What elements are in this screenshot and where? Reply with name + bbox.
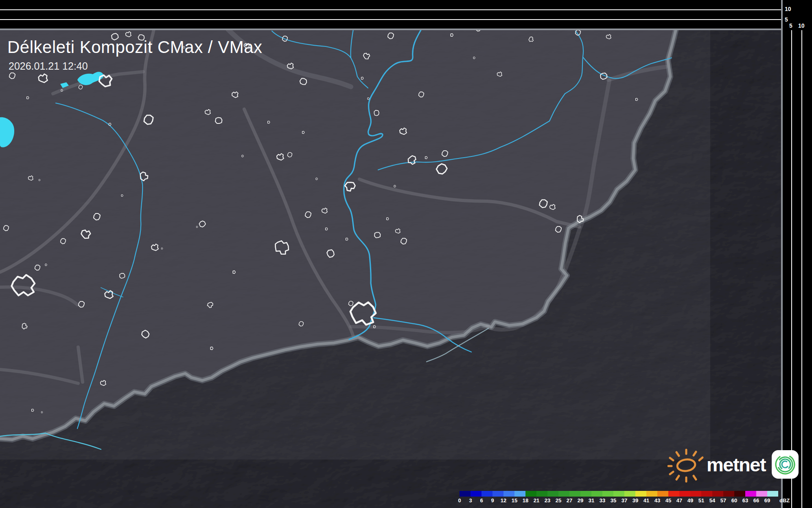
height-ruler-label-5: 5: [785, 17, 788, 22]
scale-tick-label: 6: [480, 497, 483, 504]
sun-icon: [668, 445, 705, 484]
scale-segment: [679, 491, 690, 497]
scale-segment: [767, 491, 778, 497]
scale-tick-label: 60: [731, 497, 737, 504]
scale-segment: [580, 491, 591, 497]
scale-tick-label: 33: [600, 497, 605, 504]
scale-tick-label: 35: [611, 497, 616, 504]
scale-segment: [668, 491, 679, 497]
scale-segment: [646, 491, 657, 497]
scale-tick-label: 63: [742, 497, 748, 504]
scale-tick-label: 9: [491, 497, 494, 504]
metnet-logo: metnet: [668, 445, 790, 484]
scale-segment: [482, 491, 492, 497]
scale-segment: [635, 491, 646, 497]
side-panel-gridline-5: [791, 30, 792, 508]
scale-tick-label: 66: [753, 497, 759, 504]
scale-tick-label: 25: [556, 497, 561, 504]
dbz-scale-labels: 0369121518212325272931333537394143454749…: [460, 497, 797, 504]
side-panel-gridline-10: [801, 30, 802, 508]
scale-segment: [525, 491, 536, 497]
scale-tick-label: 29: [578, 497, 583, 504]
top-panel-gridline-10: [0, 9, 781, 10]
scale-tick-label: 51: [698, 497, 704, 504]
scale-segment: [536, 491, 547, 497]
scale-segment: [657, 491, 668, 497]
scale-segment: [460, 491, 471, 497]
scale-segment: [723, 491, 734, 497]
map-canvas: [0, 0, 812, 508]
logo-text: metnet: [707, 453, 766, 476]
scale-segment: [624, 491, 635, 497]
scale-segment: [712, 491, 723, 497]
scale-segment: [701, 491, 712, 497]
top-cross-section-panel: [0, 0, 812, 29]
scale-segment: [569, 491, 580, 497]
scale-segment: [558, 491, 569, 497]
scale-segment: [690, 491, 701, 497]
scale-tick-label: 18: [523, 497, 528, 504]
timestamp: 2026.01.21 12:40: [9, 60, 88, 72]
scale-segment: [471, 491, 482, 497]
scale-tick-label: 45: [665, 497, 671, 504]
scale-tick-label: 54: [709, 497, 715, 504]
scale-tick-label: 15: [512, 497, 517, 504]
scale-segment: [547, 491, 558, 497]
scale-tick-label: 27: [567, 497, 572, 504]
scale-tick-label: 57: [720, 497, 726, 504]
map-terrain: [0, 26, 781, 508]
spiral-icon: [771, 449, 799, 479]
scale-segment: [602, 491, 613, 497]
scale-segment: [503, 491, 514, 497]
radar-composite-view: Délkeleti Kompozit CMax / VMax 2026.01.2…: [0, 0, 812, 508]
scale-segment: [492, 491, 503, 497]
scale-segment: [591, 491, 602, 497]
scale-segment: [756, 491, 767, 497]
map-right-frame-bar: [781, 0, 783, 508]
page-title: Délkeleti Kompozit CMax / VMax: [7, 37, 263, 57]
scale-tick-label: 31: [589, 497, 594, 504]
scale-tick-label: 69: [764, 497, 770, 504]
height-ruler-label-10: 10: [785, 6, 791, 12]
dbz-color-scale: 0369121518212325272931333537394143454749…: [460, 491, 797, 506]
scale-tick-label: 47: [676, 497, 682, 504]
dbz-scale-band: [460, 491, 797, 497]
side-ruler-label-10: 10: [798, 23, 805, 29]
scale-tick-label: 41: [643, 497, 649, 504]
scale-segment: [734, 491, 745, 497]
scale-segment: [745, 491, 756, 497]
scale-tick-label: 3: [469, 497, 472, 504]
scale-tick-label: 0: [458, 497, 461, 504]
map-top-frame-bar: [0, 29, 783, 30]
scale-tick-label: 43: [654, 497, 660, 504]
scale-tick-label: 37: [622, 497, 627, 504]
top-panel-gridline-5: [0, 19, 781, 20]
scale-segment: [613, 491, 624, 497]
side-ruler-label-5: 5: [789, 23, 792, 29]
side-cross-section-panel: [783, 0, 812, 508]
scale-tick-label: 49: [687, 497, 693, 504]
scale-tick-label: 21: [534, 497, 539, 504]
scale-tick-label: 39: [633, 497, 638, 504]
scale-unit-label: dBZ: [779, 497, 790, 504]
scale-segment: [514, 491, 525, 497]
scale-tick-label: 12: [501, 497, 506, 504]
scale-tick-label: 23: [545, 497, 550, 504]
